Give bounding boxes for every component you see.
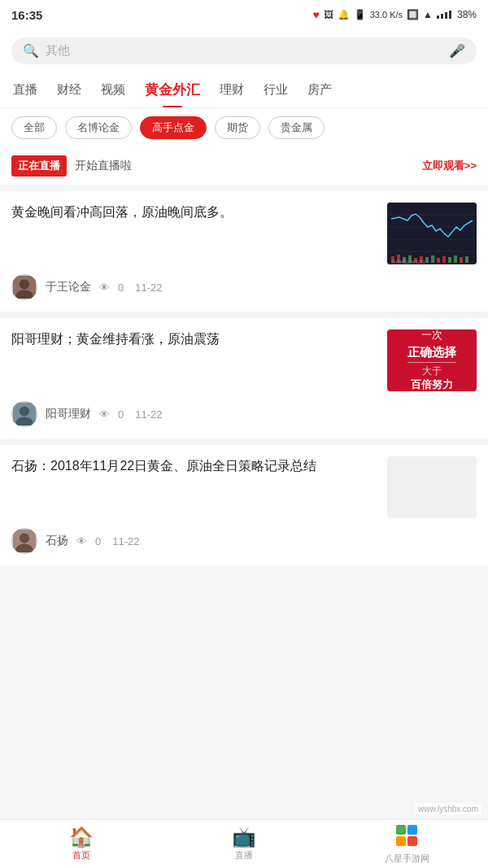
chip-futures[interactable]: 期货 [215, 116, 260, 139]
phone-icon: 📱 [354, 9, 366, 20]
svg-text:5分钟线1220/1221: 5分钟线1220/1221 [391, 260, 425, 264]
tab-realestate[interactable]: 房产 [298, 74, 342, 106]
wifi-icon: ▲ [423, 9, 433, 20]
article-thumb-2: 一次 正确选择 大于 百倍努力 [387, 329, 477, 391]
tab-finance[interactable]: 财经 [47, 74, 91, 106]
article-thumb-3 [387, 456, 477, 518]
tab-live[interactable]: 直播 [3, 74, 47, 106]
bottom-nav: 🏠 首页 📺 直播 八星手游网 [0, 819, 488, 868]
search-bar[interactable]: 🔍 其他 🎤 [11, 37, 477, 64]
chip-precious[interactable]: 贵金属 [268, 116, 325, 139]
svg-rect-29 [396, 825, 406, 835]
live-icon: 📺 [232, 827, 256, 847]
avatar-3 [11, 528, 37, 554]
signal-icon [437, 11, 451, 19]
article-content-2: 阳哥理财；黄金维持看涨，原油震荡 一次 正确选择 大于 百倍努力 [11, 329, 477, 391]
status-bar: 16:35 ♥ 🖼 🔔 📱 33.0 K/s 🔲 ▲ 38% [0, 0, 488, 29]
svg-rect-16 [454, 255, 457, 263]
svg-rect-14 [442, 256, 446, 263]
article-content-1: 黄金晚间看冲高回落，原油晚间底多。 [11, 203, 477, 264]
content-area: 正在直播 开始直播啦 立即观看>> 黄金晚间看冲高回落，原油晚间底多。 [0, 147, 488, 627]
filter-chips: 全部 名博论金 高手点金 期货 贵金属 [0, 108, 488, 147]
live-banner: 正在直播 开始直播啦 立即观看>> [0, 147, 488, 191]
nav-live[interactable]: 📺 直播 [163, 820, 325, 868]
battery-level: 38% [457, 9, 477, 20]
author-name-2: 阳哥理财 [46, 407, 91, 421]
svg-rect-18 [465, 256, 468, 263]
live-text: 开始直播啦 [75, 159, 414, 173]
avatar-2 [11, 401, 37, 427]
nav-home[interactable]: 🏠 首页 [0, 820, 163, 868]
article-title-3: 石扬：2018年11月22日黄金、原油全日策略记录总结 [11, 456, 377, 476]
svg-rect-15 [448, 257, 451, 263]
home-icon: 🏠 [69, 827, 94, 847]
article-thumb-1: 5分钟线1220/1221 [387, 203, 477, 264]
article-meta-1: 于王论金 👁 0 11-22 [11, 274, 477, 300]
svg-rect-11 [425, 257, 429, 263]
views-icon-2: 👁 [99, 408, 110, 421]
date-3: 11-22 [112, 535, 139, 547]
article-content-3: 石扬：2018年11月22日黄金、原油全日策略记录总结 [11, 456, 477, 518]
nav-grid-label: 八星手游网 [385, 853, 429, 865]
nav-live-label: 直播 [235, 849, 253, 861]
tab-video[interactable]: 视频 [91, 74, 135, 106]
watermark: www.lyshbx.com [415, 803, 481, 815]
chip-all[interactable]: 全部 [11, 116, 57, 139]
date-1: 11-22 [135, 281, 162, 294]
nav-home-label: 首页 [72, 849, 90, 861]
svg-point-21 [20, 279, 29, 289]
network-icon: 🔲 [407, 9, 419, 20]
tab-industry[interactable]: 行业 [254, 74, 298, 106]
image-icon: 🖼 [324, 9, 333, 20]
author-name-3: 石扬 [46, 534, 68, 548]
status-right: ♥ 🖼 🔔 📱 33.0 K/s 🔲 ▲ 38% [312, 8, 477, 21]
status-time: 16:35 [11, 8, 42, 22]
svg-point-27 [20, 533, 29, 543]
chip-mingbo[interactable]: 名博论金 [65, 116, 132, 139]
nav-grid[interactable]: 八星手游网 [325, 820, 488, 868]
views-icon-3: 👁 [76, 535, 87, 547]
live-badge: 正在直播 [11, 155, 67, 177]
live-watch-link[interactable]: 立即观看>> [422, 159, 477, 173]
article-card-3[interactable]: 石扬：2018年11月22日黄金、原油全日策略记录总结 石扬 👁 0 11-22 [0, 445, 488, 565]
search-bar-wrap: 🔍 其他 🎤 [0, 29, 488, 72]
svg-rect-31 [396, 836, 406, 846]
view-count-3: 0 [95, 535, 101, 547]
view-count-1: 0 [118, 281, 124, 294]
view-count-2: 0 [118, 408, 124, 421]
svg-rect-12 [431, 255, 434, 263]
author-name-1: 于王论金 [46, 280, 91, 294]
notification-icon: 🔔 [338, 9, 350, 20]
article-meta-3: 石扬 👁 0 11-22 [11, 528, 477, 554]
promo-text: 一次 正确选择 大于 百倍努力 [407, 329, 456, 391]
svg-point-24 [20, 406, 29, 416]
svg-rect-17 [460, 257, 463, 263]
nav-tabs: 直播 财经 视频 黄金外汇 理财 行业 房产 [0, 72, 488, 108]
article-title-1: 黄金晚间看冲高回落，原油晚间底多。 [11, 203, 377, 222]
chip-gaoshou[interactable]: 高手点金 [140, 116, 207, 139]
svg-rect-30 [407, 825, 417, 835]
search-placeholder: 其他 [46, 43, 442, 59]
tab-wealth[interactable]: 理财 [210, 74, 254, 106]
article-card-1[interactable]: 黄金晚间看冲高回落，原油晚间底多。 [0, 191, 488, 312]
article-meta-2: 阳哥理财 👁 0 11-22 [11, 401, 477, 427]
article-card-2[interactable]: 阳哥理财；黄金维持看涨，原油震荡 一次 正确选择 大于 百倍努力 阳哥理财 👁 [0, 318, 488, 438]
network-speed: 33.0 K/s [370, 10, 403, 20]
svg-rect-32 [407, 836, 417, 846]
date-2: 11-22 [135, 408, 162, 421]
avatar-1 [11, 274, 37, 300]
search-icon: 🔍 [23, 43, 39, 59]
svg-rect-13 [437, 258, 440, 263]
svg-rect-0 [387, 203, 477, 264]
heart-icon: ♥ [312, 8, 319, 21]
mic-icon[interactable]: 🎤 [449, 43, 465, 59]
views-icon-1: 👁 [99, 281, 110, 294]
grid-icon [395, 824, 418, 850]
tab-gold-forex[interactable]: 黄金外汇 [135, 72, 210, 107]
article-title-2: 阳哥理财；黄金维持看涨，原油震荡 [11, 329, 377, 349]
